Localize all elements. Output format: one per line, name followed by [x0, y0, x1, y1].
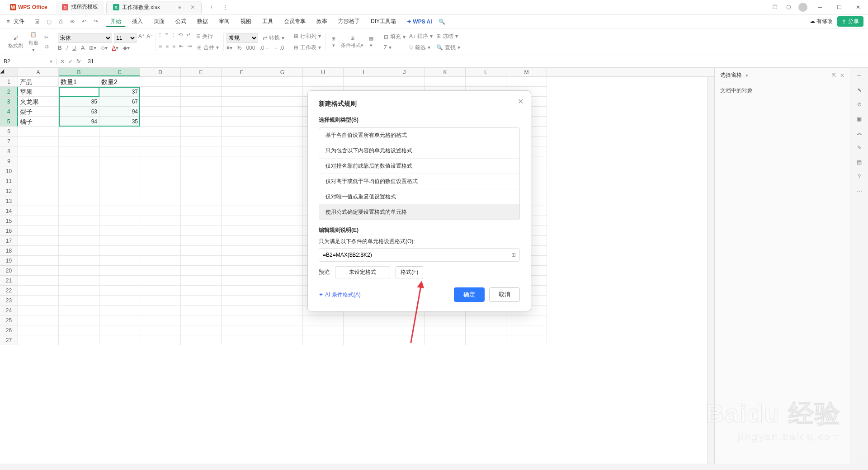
cell[interactable] — [222, 315, 262, 325]
cell[interactable] — [140, 296, 181, 306]
highlight-icon[interactable]: ◆▾ — [123, 45, 130, 51]
row-header[interactable]: 21 — [0, 276, 18, 286]
cell[interactable] — [222, 166, 262, 176]
vertical-scrollbar[interactable] — [707, 77, 714, 470]
cell[interactable] — [59, 136, 99, 146]
format-painter-button[interactable]: 🖌格式刷 — [5, 34, 26, 49]
cell[interactable] — [59, 276, 99, 286]
new-tab-button[interactable]: ＋ — [206, 2, 217, 13]
cell[interactable] — [140, 306, 181, 315]
row-header[interactable]: 13 — [0, 196, 18, 206]
rule-type-item[interactable]: 只为包含以下内容的单元格设置格式 — [319, 143, 519, 159]
cell[interactable] — [18, 315, 59, 325]
tab-tools[interactable]: 工具 — [258, 16, 278, 27]
cell[interactable] — [18, 296, 59, 306]
cell[interactable] — [262, 87, 303, 97]
cell[interactable] — [303, 335, 344, 345]
cell[interactable] — [59, 246, 99, 256]
sum-button[interactable]: Σ ▾ — [382, 43, 407, 52]
app-tab[interactable]: W WPS Office — [4, 1, 54, 14]
cell[interactable] — [262, 136, 303, 146]
dec-dec-icon[interactable]: ←.0 — [274, 45, 284, 51]
cell[interactable] — [262, 236, 303, 246]
cell[interactable] — [303, 325, 344, 335]
cell[interactable] — [59, 286, 99, 296]
cell[interactable] — [181, 176, 222, 186]
cell[interactable]: 67 — [99, 97, 140, 107]
cell[interactable] — [181, 156, 222, 166]
cell[interactable]: 37 — [99, 87, 140, 97]
cell[interactable] — [18, 166, 59, 176]
font-color-icon[interactable]: A▾ — [112, 45, 118, 51]
layers-tool-icon[interactable]: ▣ — [857, 116, 862, 122]
maximize-button[interactable]: ☐ — [833, 1, 845, 14]
cell[interactable] — [140, 196, 181, 206]
cell[interactable] — [222, 77, 262, 87]
row-header[interactable]: 27 — [0, 335, 18, 345]
percent-icon[interactable]: % — [237, 45, 242, 51]
cell[interactable] — [99, 335, 140, 345]
row-header[interactable]: 11 — [0, 176, 18, 186]
cell[interactable] — [181, 196, 222, 206]
cut-icon[interactable]: ✂ — [43, 34, 50, 41]
tab-page[interactable]: 页面 — [149, 16, 169, 27]
freeze-button[interactable]: ⊞ 冻结▾ — [434, 32, 462, 41]
row-header[interactable]: 14 — [0, 206, 18, 216]
align-bottom-icon[interactable]: ⫶ — [172, 32, 175, 41]
bold-icon[interactable]: B — [58, 45, 62, 51]
cell[interactable] — [222, 156, 262, 166]
cell[interactable] — [18, 146, 59, 156]
worksheet-button[interactable]: ⊞ 工作表▾ — [292, 43, 323, 52]
tab-menu-button[interactable]: ⋮ — [220, 2, 231, 13]
col-header[interactable]: D — [140, 68, 181, 76]
col-header[interactable]: M — [506, 68, 547, 76]
currency-icon[interactable]: ¥▾ — [226, 45, 232, 51]
cell[interactable] — [262, 286, 303, 296]
cell[interactable] — [181, 87, 222, 97]
cell[interactable] — [18, 236, 59, 246]
settings-tool-icon[interactable]: ⊚ — [857, 101, 862, 108]
rowcol-button[interactable]: ⊞ 行和列▾ — [292, 32, 323, 41]
close-window-button[interactable]: ✕ — [852, 1, 864, 14]
col-header[interactable]: B — [59, 68, 99, 76]
cell[interactable] — [262, 146, 303, 156]
merge-button[interactable]: ⊞ 合并▾ — [195, 43, 221, 52]
cell[interactable] — [222, 97, 262, 107]
row-header[interactable]: 7 — [0, 136, 18, 146]
row-header[interactable]: 23 — [0, 296, 18, 306]
col-header[interactable]: E — [181, 68, 222, 76]
cell[interactable] — [99, 127, 140, 136]
cell[interactable] — [222, 266, 262, 276]
row-header[interactable]: 16 — [0, 226, 18, 236]
align-right-icon[interactable]: ≡ — [172, 43, 175, 52]
cell[interactable] — [181, 136, 222, 146]
row-header[interactable]: 4 — [0, 107, 18, 117]
print-icon[interactable]: ⎙ — [57, 18, 64, 25]
new-icon[interactable]: ▢ — [45, 18, 52, 25]
cell[interactable]: 产品 — [18, 77, 59, 87]
align-middle-icon[interactable]: ≡ — [165, 32, 168, 41]
accept-formula-icon[interactable]: ✓ — [68, 58, 73, 65]
save-icon[interactable]: 🖫 — [33, 18, 41, 25]
cell[interactable] — [425, 335, 466, 345]
decrease-font-icon[interactable]: A⁻ — [146, 33, 153, 43]
cell[interactable] — [18, 306, 59, 315]
cell[interactable] — [140, 127, 181, 136]
filter-button[interactable]: ▽ 筛选▾ — [407, 43, 434, 52]
format-button[interactable]: 格式(F) — [396, 266, 423, 278]
cond-format-button[interactable]: ⊞条件格式▾ — [338, 35, 366, 49]
strike-icon[interactable]: A̶ — [81, 45, 85, 51]
horizontal-scrollbar[interactable] — [0, 464, 868, 470]
cell[interactable] — [222, 186, 262, 196]
rule-type-item[interactable]: 仅对高于或低于平均值的数值设置格式 — [319, 174, 519, 189]
row-header[interactable]: 19 — [0, 256, 18, 266]
cell[interactable] — [222, 276, 262, 286]
cell[interactable]: 数量1 — [59, 77, 99, 87]
image-tool-icon[interactable]: ▤ — [857, 159, 862, 165]
cell[interactable] — [18, 206, 59, 216]
cell[interactable] — [222, 196, 262, 206]
cell[interactable] — [181, 266, 222, 276]
cell[interactable] — [506, 325, 547, 335]
tab-efficiency[interactable]: 效率 — [312, 16, 332, 27]
cell[interactable] — [181, 77, 222, 87]
